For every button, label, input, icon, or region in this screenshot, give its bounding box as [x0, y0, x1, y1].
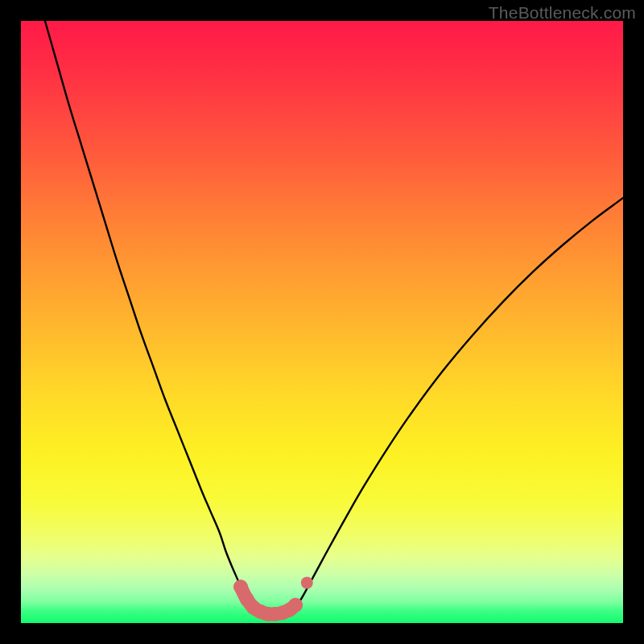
bottleneck-curve — [45, 21, 623, 615]
isolated-marker — [301, 576, 313, 588]
curve-layer — [21, 21, 623, 623]
marker-dots-group — [233, 580, 303, 621]
marker-dot — [288, 598, 303, 613]
chart-frame: TheBottleneck.com — [0, 0, 644, 644]
plot-area — [21, 21, 623, 623]
watermark-text: TheBottleneck.com — [489, 3, 636, 23]
